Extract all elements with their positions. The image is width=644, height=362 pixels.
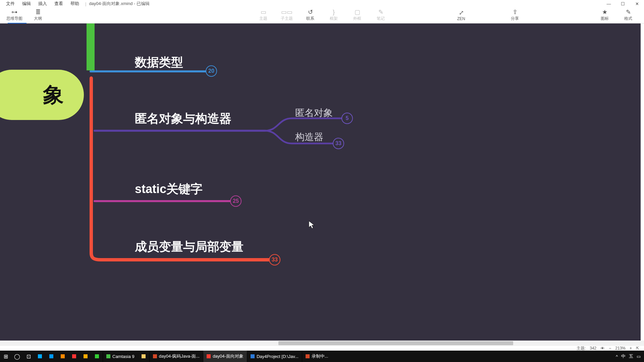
zen-icon: ⤢ <box>459 10 464 16</box>
status-topic-count: 342 <box>590 346 596 351</box>
visibility-icon[interactable]: 👁 <box>600 346 605 351</box>
tool-relation[interactable]: ↺联系 <box>299 8 322 23</box>
mindmap-connectors <box>0 23 644 341</box>
subtopic-ctor[interactable]: 构造器 <box>295 131 323 143</box>
app-icon-1[interactable] <box>34 351 46 362</box>
fit-icon[interactable]: ⇱ <box>636 346 639 351</box>
tool-share[interactable]: ⇪分享 <box>503 8 527 23</box>
view-outline-tab[interactable]: ≣ 大纲 <box>26 8 50 23</box>
menu-file[interactable]: 文件 <box>3 0 18 7</box>
subtopic-anon[interactable]: 匿名对象 <box>295 107 333 119</box>
toolbar: ⊶ 思维导图 ≣ 大纲 ▭主题 ▭▭子主题 ↺联系 }框架 ▢外框 ✎笔记 ⤢Z… <box>0 7 644 23</box>
app-icon-4[interactable] <box>68 351 80 362</box>
menu-view[interactable]: 查看 <box>51 0 66 7</box>
task-camtasia[interactable]: Camtasia 9 <box>103 351 138 362</box>
app-icon-3[interactable] <box>57 351 68 362</box>
menubar: 文件 编辑 插入 查看 帮助 | day04-面向对象.xmind - 已编辑 … <box>0 0 644 7</box>
view-mindmap-label: 思维导图 <box>6 16 22 21</box>
zoom-level[interactable]: 213% <box>615 346 626 351</box>
zoom-out[interactable]: − <box>609 346 611 351</box>
tool-summary[interactable]: }框架 <box>322 8 345 23</box>
task-recording[interactable]: 录制中... <box>302 351 332 362</box>
status-bar: 主题: 342 👁 − 213% + ⇱ <box>0 346 644 351</box>
mouse-cursor <box>309 221 315 229</box>
system-tray[interactable]: ^ 中 五 ▭ <box>616 353 644 359</box>
format-icon: ✎ <box>626 9 631 15</box>
topic-static[interactable]: static关键字 <box>135 181 203 197</box>
notification-icon[interactable]: ▭ <box>637 354 641 359</box>
badge-anon[interactable]: 5 <box>341 113 353 124</box>
tool-note[interactable]: ✎笔记 <box>369 8 392 23</box>
note-icon: ✎ <box>378 9 383 15</box>
status-topic-label: 主题: <box>577 346 586 351</box>
menu-help[interactable]: 帮助 <box>67 0 83 7</box>
tool-zen[interactable]: ⤢ZEN <box>449 8 473 23</box>
window-minimize[interactable]: — <box>602 0 616 7</box>
start-button[interactable]: ⊞ <box>0 351 11 362</box>
horizontal-scrollbar[interactable] <box>0 341 644 346</box>
tool-format[interactable]: ✎格式 <box>616 8 640 23</box>
task-ppt[interactable]: day04-疯码Java-面... <box>149 351 203 362</box>
badge-member-local[interactable]: 33 <box>269 254 280 265</box>
outline-icon: ≣ <box>36 9 41 15</box>
window-title: day04-面向对象.xmind - 已编辑 <box>89 1 150 7</box>
window-maximize[interactable]: ☐ <box>616 0 630 7</box>
tool-boundary[interactable]: ▢外框 <box>345 8 369 23</box>
tool-theme[interactable]: ▭主题 <box>252 8 275 23</box>
ime-mode[interactable]: 五 <box>629 353 633 359</box>
view-mindmap-tab[interactable]: ⊶ 思维导图 <box>3 8 26 23</box>
topic-member-local[interactable]: 成员变量与局部变量 <box>135 239 244 255</box>
tool-child[interactable]: ▭▭子主题 <box>275 8 299 23</box>
ime-indicator[interactable]: 中 <box>621 353 626 359</box>
topic-data-type[interactable]: 数据类型 <box>135 54 183 71</box>
tray-chevron-icon[interactable]: ^ <box>616 354 618 359</box>
app-icon-5[interactable] <box>80 351 91 362</box>
badge-static[interactable]: 25 <box>230 195 241 207</box>
root-topic-label: 象 <box>43 81 64 109</box>
tool-marker[interactable]: ★图标 <box>593 8 616 23</box>
theme-icon: ▭ <box>261 9 266 15</box>
summary-icon: } <box>333 9 335 15</box>
badge-data-type[interactable]: 20 <box>206 65 217 77</box>
zoom-in[interactable]: + <box>630 346 632 351</box>
scrollbar-thumb[interactable] <box>278 341 513 345</box>
child-icon: ▭▭ <box>281 9 292 15</box>
mindmap-canvas[interactable]: 象 数据类型 20 匿名对象与构造器 匿名对象 5 构造器 33 static关… <box>0 23 644 341</box>
view-outline-label: 大纲 <box>34 16 42 21</box>
task-explorer[interactable] <box>138 351 149 362</box>
badge-ctor[interactable]: 33 <box>333 138 344 149</box>
root-topic[interactable]: 象 <box>0 70 84 120</box>
windows-taskbar: ⊞ ◯ ⊡ Camtasia 9 day04-疯码Java-面... day04… <box>0 351 644 362</box>
task-xmind[interactable]: day04-面向对象 <box>203 351 247 362</box>
marker-icon: ★ <box>602 9 607 15</box>
menu-insert[interactable]: 插入 <box>35 0 50 7</box>
app-icon-2[interactable] <box>46 351 57 362</box>
relation-icon: ↺ <box>308 9 313 15</box>
app-icon-6[interactable] <box>91 351 103 362</box>
mindmap-icon: ⊶ <box>11 9 17 15</box>
cortana-icon[interactable]: ◯ <box>11 351 23 362</box>
taskview-icon[interactable]: ⊡ <box>23 351 34 362</box>
topic-anon-ctor[interactable]: 匿名对象与构造器 <box>135 111 231 127</box>
menu-edit[interactable]: 编辑 <box>19 0 34 7</box>
share-icon: ⇪ <box>513 9 518 15</box>
task-idea[interactable]: Day4Project [D:\Jav... <box>247 351 302 362</box>
boundary-icon: ▢ <box>355 9 360 15</box>
window-close[interactable]: ✕ <box>630 0 644 7</box>
